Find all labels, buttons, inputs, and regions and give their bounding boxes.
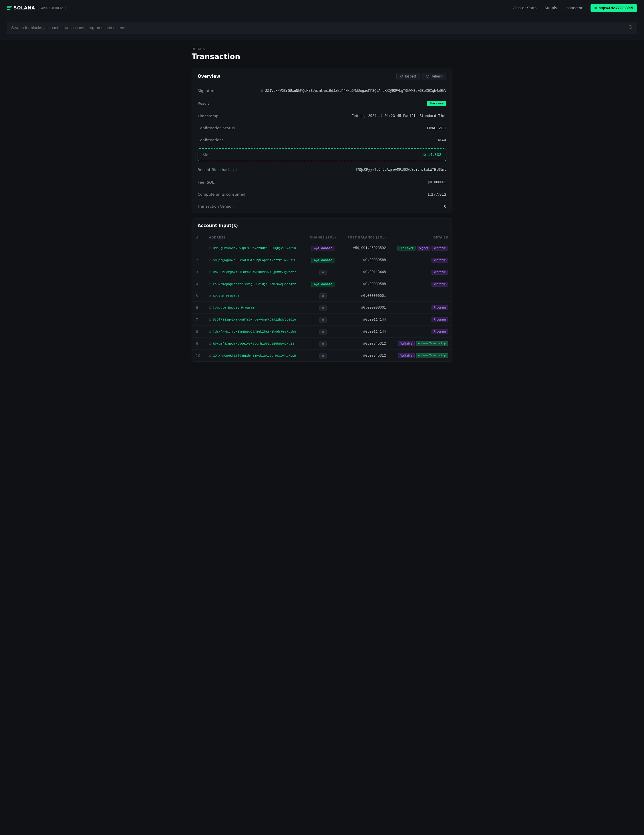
table-row: 9 ⧉ RbHqmf8XnpqYHDgQe1v6FsJcrh1Ub1u2EdUU… [192,338,452,350]
page-title: Transaction [192,52,452,61]
copy-address-icon[interactable]: ⧉ [209,342,211,346]
main-content: DETAILS Transaction Overview Inspect Ref… [185,39,459,375]
label-blockhash: Recent Blockhash ⓘ [198,167,249,172]
tags-container: Writable [394,282,448,286]
copy-address-icon[interactable]: ⧉ [209,330,211,334]
refresh-btn-label: Refresh [431,74,443,78]
solana-bar-3 [7,9,10,10]
nav-inspector[interactable]: Inspector [565,6,583,10]
refresh-button[interactable]: Refresh [422,73,446,80]
balance-value: ◎0.00113448 [345,270,386,274]
tags-container: Writable [394,258,448,263]
balance-value: ◎0.07845312 [345,341,386,346]
cell-address: ⧉ 7daNfkyDijydx3VmNnDbJ7ABekZhKSNEh9drFe… [205,326,305,338]
svg-point-2 [401,75,403,78]
detail-row-confirmations: Confirmations MAX [192,134,452,146]
address-value[interactable]: 5GQehQRgc6Zh8SkYAF9STrPhpEApNnixzrfr1G7M… [213,258,296,262]
address-value[interactable]: 2QAN4NUnUKTZTjd8BLdej81Mok1gAq6crRsxQFAb… [213,354,296,357]
address-value[interactable]: 7daNfkyDijydx3VmNnDbJ7ABekZhKSNEh9drFezP… [213,330,296,333]
blockhash-info-icon: ⓘ [233,167,237,172]
copy-address-icon[interactable]: ⧉ [209,246,211,250]
card-actions: Inspect Refresh [396,73,446,80]
cell-address: ⧉ Compute Budget Program [205,302,305,314]
balance-value: ◎0.00114144 [345,330,386,334]
solana-logo: SOLANA [7,5,35,11]
tags-container: WritableAddress Table Lookup [394,341,448,346]
address-value[interactable]: System Program [213,294,239,298]
label-fee: Fee (SOL) [198,180,249,184]
nav-supply[interactable]: Supply [545,6,557,10]
nav-cluster-stats[interactable]: Cluster Stats [513,6,537,10]
cell-address: ⧉ BMp6gEnveANdvSvspESJUrNczuHz1GF5UQKjVL… [205,242,305,254]
address-value[interactable]: 53DfF883gyixYNXnM7s5xhdeyV8mVk9T4i2hGV9v… [213,318,296,322]
tags-container: Program [394,317,448,322]
solana-bar-2 [7,7,11,8]
label-confirmation-status: Confirmation Status [198,126,249,130]
cell-balance: ◎0.07845312 [341,338,390,350]
solana-bar-1 [7,6,12,6]
accounts-card-title: Account Input(s) [198,223,238,228]
change-badge: 0 [319,353,327,359]
cell-num: 4 [192,278,205,290]
address-value[interactable]: RbHqmf8XnpqYHDgQe1v6FsJcrh1Ub1u2EdUUpN2H… [213,342,294,346]
label-compute-units: Compute units consumed [198,192,249,197]
address-value[interactable]: 8dxGZbLcPgmYtJJL8rc2DtWBKGvxU71GjBMM5Sgw… [213,271,296,274]
refresh-icon [426,75,429,78]
change-badge: 0 [319,341,327,347]
copy-address-icon[interactable]: ⧉ [209,270,211,274]
change-badge: +◎0.000005 [311,282,335,288]
cell-num: 5 [192,290,205,302]
cell-address: ⧉ 8dxGZbLcPgmYtJJL8rc2DtWBKGvxU71GjBMM5S… [205,266,305,278]
copy-address-icon[interactable]: ⧉ [209,354,211,358]
label-result: Result [198,101,249,106]
value-fee: ◎0.000005 [428,180,446,184]
search-input[interactable] [11,26,625,30]
overview-card-title: Overview [198,74,220,79]
address-value[interactable]: Compute Budget Program [213,306,255,309]
change-badge: +◎0.000005 [311,258,335,263]
address-value[interactable]: FaB2eKdphgYaszfZTcRcgBJSci0jc5Ntm76Aq3po… [213,283,296,286]
copy-address-icon[interactable]: ⧉ [209,306,211,310]
copy-address-icon[interactable]: ⧉ [209,258,211,262]
cell-num: 1 [192,242,205,254]
cluster-url: http://3.92.222.8:8899 [598,6,633,10]
value-blockhash: FNQcCPyykTdCnJdAqreAMP19DWqYcYcnctwkWYHt… [356,168,446,172]
cell-details: WritableAddress Table Lookup [390,338,452,350]
tag-program: Program [431,317,448,322]
cell-balance: ◎0.00114144 [341,326,390,338]
accounts-header-row: # ADDRESS CHANGE (SOL) POST BALANCE (SOL… [192,233,452,242]
navbar-left: SOLANA EXPLORER (BETA) [7,5,66,11]
copy-signature-icon[interactable]: ⧉ [261,89,263,93]
balance-value: ◎0.000000001 [345,294,386,298]
search-bar [7,22,637,34]
search-bar-wrap [0,16,644,39]
address-value[interactable]: BMp6gEnveANdvSvspESJUrNczuHz1GF5UQKjVLCk… [213,247,296,250]
tags-container: Program [394,305,448,310]
change-badge: 0 [319,293,327,299]
copy-slot-icon[interactable]: ⧉ [423,153,426,157]
accounts-card: Account Input(s) # ADDRESS CHANGE (SOL) … [192,218,452,362]
cell-change: -◎0.000015 [305,242,341,254]
cell-address: ⧉ System Program [205,290,305,302]
table-row: 2 ⧉ 5GQehQRgc6Zh8SkYAF9STrPhpEApNnixzrfr… [192,254,452,266]
tags-container: Program [394,329,448,334]
cluster-button[interactable]: http://3.92.222.8:8899 [590,4,637,12]
copy-address-icon[interactable]: ⧉ [209,318,211,322]
cell-change: +◎0.000005 [305,254,341,266]
cell-balance: ◎0.07845312 [341,350,390,362]
cell-details: Writable [390,278,452,290]
copy-address-icon[interactable]: ⧉ [209,282,211,286]
detail-row-signature: Signature ⧉ 2Z1VLHNWGSrGUxnNhMQcMzZUmcmt… [192,85,452,97]
table-row: 10 ⧉ 2QAN4NUnUKTZTjd8BLdej81Mok1gAq6crRs… [192,350,452,362]
table-row: 8 ⧉ 7daNfkyDijydx3VmNnDbJ7ABekZhKSNEh9dr… [192,326,452,338]
cell-address: ⧉ 5GQehQRgc6Zh8SkYAF9STrPhpEApNnixzrfr1G… [205,254,305,266]
accounts-table-wrap: # ADDRESS CHANGE (SOL) POST BALANCE (SOL… [192,233,452,361]
inspect-button[interactable]: Inspect [396,73,420,80]
cell-details: Fee PayerSignerWritable [390,242,452,254]
tag-signer: Signer [417,245,430,250]
value-compute-units: 1,277,812 [428,192,446,197]
copy-address-icon[interactable]: ⧉ [209,294,211,298]
balance-value: ◎59,991.85023592 [345,246,386,250]
cell-details [390,290,452,302]
value-tx-version: 0 [444,204,446,208]
